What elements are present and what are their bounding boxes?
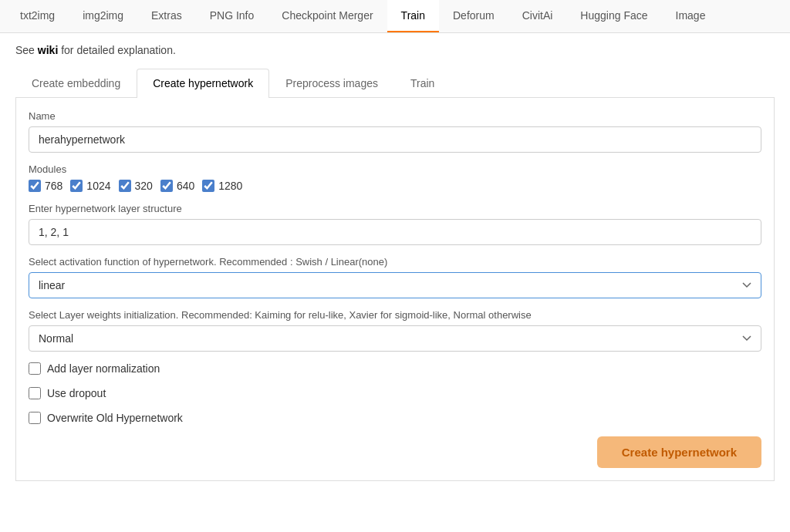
- module-1024-label: 1024: [86, 180, 110, 192]
- tab-checkpoint-merger[interactable]: Checkpoint Merger: [268, 0, 387, 32]
- tab-txt2img[interactable]: txt2img: [6, 0, 69, 32]
- use-dropout-label[interactable]: Use dropout: [47, 387, 106, 399]
- overwrite-old-checkbox[interactable]: [29, 412, 41, 424]
- module-320-label: 320: [135, 180, 153, 192]
- wiki-link[interactable]: wiki: [38, 44, 58, 56]
- wiki-note: See wiki for detailed explanation.: [15, 44, 775, 56]
- top-nav: txt2img img2img Extras PNG Info Checkpoi…: [0, 0, 790, 33]
- tab-extras[interactable]: Extras: [137, 0, 196, 32]
- weights-group: Select Layer weights initialization. Rec…: [29, 309, 761, 352]
- use-dropout-checkbox[interactable]: [29, 387, 41, 399]
- tab-civitai[interactable]: CivitAi: [508, 0, 567, 32]
- module-320-checkbox[interactable]: [119, 180, 131, 192]
- name-label: Name: [29, 110, 761, 122]
- module-1280-checkbox[interactable]: [202, 180, 214, 192]
- tab-train[interactable]: Train: [387, 0, 439, 32]
- module-640-checkbox[interactable]: [160, 180, 173, 192]
- weights-label: Select Layer weights initialization. Rec…: [29, 309, 761, 321]
- form-area: Name Modules 768 1024 320: [15, 98, 775, 481]
- activation-select[interactable]: linear relu leakyrelu swish: [29, 272, 761, 298]
- module-1024-checkbox[interactable]: [70, 180, 83, 192]
- sub-tab-create-hypernetwork[interactable]: Create hypernetwork: [137, 69, 269, 98]
- layer-structure-input[interactable]: [29, 219, 761, 245]
- modules-checkboxes: 768 1024 320 640 1280: [29, 180, 761, 192]
- sub-tab-train[interactable]: Train: [394, 69, 451, 97]
- tab-img2img[interactable]: img2img: [69, 0, 137, 32]
- tab-pnginfo[interactable]: PNG Info: [196, 0, 268, 32]
- sub-tab-preprocess-images[interactable]: Preprocess images: [269, 69, 394, 97]
- module-768[interactable]: 768: [29, 180, 62, 192]
- add-layer-norm-label[interactable]: Add layer normalization: [47, 362, 160, 375]
- sub-tab-create-embedding[interactable]: Create embedding: [15, 69, 137, 97]
- create-hypernetwork-button[interactable]: Create hypernetwork: [597, 436, 761, 468]
- use-dropout-group: Use dropout: [29, 387, 761, 399]
- add-layer-norm-group: Add layer normalization: [29, 362, 761, 375]
- module-1024[interactable]: 1024: [70, 180, 110, 192]
- modules-label: Modules: [29, 163, 761, 175]
- modules-group: Modules 768 1024 320 640: [29, 163, 761, 192]
- tab-hugging-face[interactable]: Hugging Face: [566, 0, 661, 32]
- activation-label: Select activation function of hypernetwo…: [29, 256, 761, 268]
- module-1280-label: 1280: [218, 180, 242, 192]
- module-768-label: 768: [45, 180, 62, 192]
- layer-structure-group: Enter hypernetwork layer structure: [29, 203, 761, 245]
- overwrite-old-label[interactable]: Overwrite Old Hypernetwork: [47, 412, 183, 424]
- name-group: Name: [29, 110, 761, 153]
- module-640[interactable]: 640: [160, 180, 194, 192]
- overwrite-old-group: Overwrite Old Hypernetwork: [29, 412, 761, 424]
- layer-structure-label: Enter hypernetwork layer structure: [29, 203, 761, 214]
- wiki-note-prefix: See: [15, 44, 38, 56]
- sub-tabs: Create embedding Create hypernetwork Pre…: [15, 69, 775, 98]
- weights-select[interactable]: Normal Kaiming Xavier: [29, 325, 761, 352]
- tab-deforum[interactable]: Deforum: [439, 0, 508, 32]
- module-320[interactable]: 320: [119, 180, 153, 192]
- module-768-checkbox[interactable]: [29, 180, 41, 192]
- add-layer-norm-checkbox[interactable]: [29, 362, 41, 375]
- name-input[interactable]: [29, 126, 761, 153]
- module-640-label: 640: [177, 180, 194, 192]
- module-1280[interactable]: 1280: [202, 180, 242, 192]
- wiki-note-suffix: for detailed explanation.: [58, 44, 176, 56]
- activation-group: Select activation function of hypernetwo…: [29, 256, 761, 298]
- content-area: See wiki for detailed explanation. Creat…: [0, 33, 790, 492]
- tab-image[interactable]: Image: [662, 0, 720, 32]
